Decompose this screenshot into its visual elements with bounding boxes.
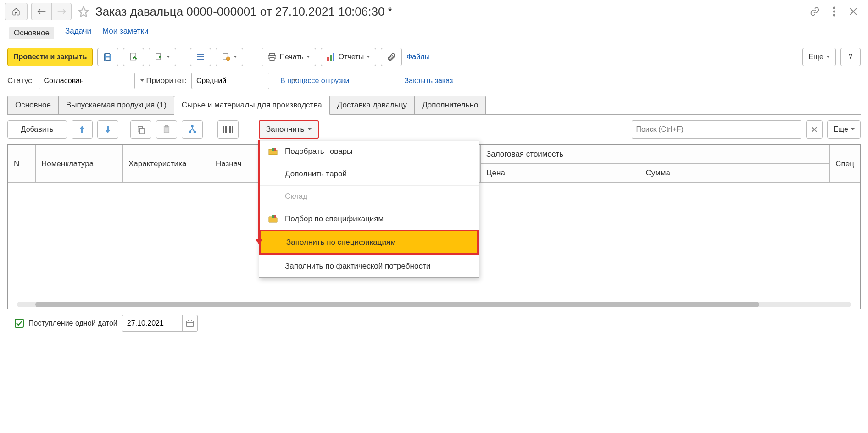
back-button[interactable] [31,3,51,20]
nav-tab-main[interactable]: Основное [9,27,54,39]
col-spec[interactable]: Спец [830,145,860,183]
sub-more-button[interactable]: Еще [827,120,861,139]
menu-pick-goods[interactable]: Подобрать товары [259,140,479,163]
split-button[interactable] [182,120,203,139]
single-date-checkbox[interactable] [15,319,24,328]
col-price[interactable]: Цена [481,164,640,183]
menu-fill-actual-label: Заполнить по фактической потребности [285,262,430,271]
date-input[interactable] [122,319,182,327]
svg-rect-5 [131,53,136,60]
menu-warehouse-label: Склад [285,192,307,201]
paperclip-icon [387,52,396,62]
col-char[interactable]: Характеристика [123,145,210,183]
svg-rect-26 [187,321,193,326]
save-icon [103,52,112,62]
page-title: Заказ давальца 0000-000001 от 27.10.2021… [95,5,806,19]
tab-additional[interactable]: Дополнительно [414,96,486,114]
chevron-down-icon [308,128,312,131]
arrow-up-icon [79,126,85,133]
svg-rect-23 [274,148,276,151]
list-button[interactable] [190,48,211,66]
post-button[interactable] [123,48,144,66]
help-button[interactable]: ? [840,48,861,66]
paste-icon [162,125,171,134]
post-and-close-button[interactable]: Провести и закрыть [7,48,93,66]
menu-button[interactable] [829,6,840,17]
col-sum[interactable]: Сумма [640,164,830,183]
close-button[interactable] [848,6,859,17]
arrow-down-icon [105,126,111,133]
svg-rect-16 [139,128,144,134]
col-n[interactable]: N [8,145,36,183]
barcode-button[interactable] [217,120,239,139]
svg-rect-4 [106,57,110,61]
menu-pick-spec[interactable]: Подбор по спецификациям [259,208,479,230]
sub-more-label: Еще [833,125,848,134]
tab-products[interactable]: Выпускаемая продукция (1) [58,96,174,114]
search-box[interactable] [632,120,801,139]
more-button[interactable]: Еще [802,48,836,66]
post-icon [129,52,138,62]
link-button[interactable] [809,6,820,17]
tab-main[interactable]: Основное [7,96,59,114]
menu-fill-actual[interactable]: Заполнить по фактической потребности [259,255,479,277]
tab-materials[interactable]: Сырье и материалы для производства [174,96,330,115]
favorite-button[interactable] [77,5,90,18]
single-date-label: Поступление одной датой [28,319,117,327]
home-button[interactable] [5,3,28,20]
priority-dropdown[interactable] [191,73,269,89]
paste-button[interactable] [156,120,177,139]
status-dropdown[interactable] [39,73,135,89]
status-label: Статус: [7,76,34,85]
copy-button[interactable] [130,120,151,139]
status-arrow[interactable] [140,73,144,89]
svg-rect-13 [330,55,332,61]
chevron-down-icon [851,128,855,131]
col-purpose[interactable]: Назнач [210,145,256,183]
print-button[interactable]: Печать [262,48,316,66]
close-icon [849,7,857,16]
arrow-right-icon [57,8,66,15]
reports-button[interactable]: Отчеты [321,48,376,66]
date-field[interactable] [122,315,198,332]
col-deposit[interactable]: Залоговая стоимость [481,145,830,164]
chevron-down-icon [826,56,830,58]
svg-rect-11 [270,58,275,61]
kebab-icon [833,6,835,17]
chevron-down-icon [167,56,170,58]
fill-button[interactable]: Заполнить [259,120,319,139]
svg-point-1 [833,11,835,13]
close-order-link[interactable]: Закрыть заказ [405,77,453,85]
move-up-button[interactable] [72,120,93,139]
svg-point-20 [189,131,191,133]
attach-button[interactable] [381,48,402,66]
settings-dropdown-button[interactable] [216,48,243,66]
add-button[interactable]: Добавить [7,120,67,139]
search-input[interactable] [636,125,797,134]
svg-rect-12 [327,57,329,61]
svg-point-21 [194,131,196,133]
nav-tab-tasks[interactable]: Задачи [65,27,91,39]
calendar-button[interactable] [182,315,197,331]
calendar-icon [186,320,194,327]
priority-arrow[interactable] [293,73,297,89]
save-button[interactable] [97,48,118,66]
col-item[interactable]: Номенклатура [36,145,123,183]
move-down-button[interactable] [97,120,118,139]
menu-pick-goods-label: Подобрать товары [285,147,352,156]
priority-input[interactable] [192,73,293,89]
menu-add-tare[interactable]: Дополнить тарой [259,163,479,185]
h-scrollbar[interactable] [17,302,851,307]
forward-button[interactable] [51,3,72,20]
h-scrollbar-thumb[interactable] [35,302,759,307]
tab-delivery[interactable]: Доставка давальцу [329,96,415,114]
menu-fill-spec[interactable]: Заполнить по спецификациям [259,230,479,255]
status-input[interactable] [39,73,140,89]
nav-tab-notes[interactable]: Мои заметки [102,27,149,39]
create-based-on-button[interactable] [149,48,176,66]
search-clear-button[interactable] [806,120,823,139]
chevron-down-icon [234,56,237,58]
fill-label: Заполнить [266,125,304,134]
svg-rect-3 [106,54,110,56]
files-link[interactable]: Файлы [406,53,430,61]
